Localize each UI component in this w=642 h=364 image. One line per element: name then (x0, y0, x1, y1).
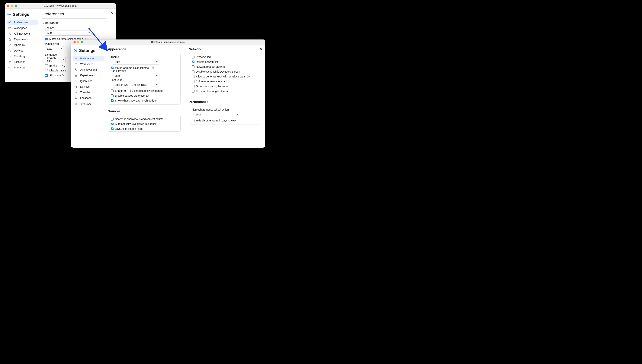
sidebar-item-ignore[interactable]: Ignore list (7, 42, 38, 48)
theme-select[interactable]: Auto (45, 30, 92, 36)
theme-select-value: Auto (115, 60, 120, 63)
gear-icon (75, 57, 78, 60)
ignore-list-icon (8, 44, 11, 46)
svg-point-9 (75, 50, 76, 51)
sidebar-item-label: Workspace (80, 62, 93, 66)
enable-shortcut-label: Enable ⌘ + 1-9 shortcut to switch panels (115, 89, 163, 92)
section-appearance-heading: Appearance (108, 48, 180, 51)
sidebar-item-shortcuts[interactable]: Shortcuts (7, 65, 38, 70)
enable-shortcut-checkbox[interactable] (45, 64, 48, 67)
language-label: Language: (111, 78, 178, 82)
settings-heading: Settings (13, 12, 29, 17)
auto-reveal-checkbox[interactable] (111, 122, 114, 126)
match-chrome-checkbox[interactable] (45, 38, 48, 40)
column-right: Network Preserve log Record network log (189, 48, 262, 132)
search-anonymous-checkbox[interactable] (111, 118, 114, 120)
folder-icon (8, 26, 11, 30)
theme-label: Theme: (111, 56, 178, 58)
sources-card: Search in anonymous and content scripts … (108, 115, 180, 132)
enable-shortcut-checkbox[interactable] (111, 90, 114, 92)
flamechart-select[interactable]: Zoom (193, 112, 240, 117)
sidebar-item-label: Devices (80, 85, 90, 88)
show-whats-new-checkbox[interactable] (45, 74, 48, 77)
sidebar-item-experiments[interactable]: Experiments (73, 72, 104, 78)
show-whats-new-label: Show what's new after each update (115, 99, 157, 102)
sidebar-item-label: Experiments (14, 38, 29, 41)
theme-select[interactable]: Auto (113, 59, 159, 64)
svg-point-13 (76, 98, 76, 98)
sidebar-item-label: Devices (14, 49, 23, 52)
sidebar-item-shortcuts[interactable]: Shortcuts (73, 101, 104, 106)
sidebar-item-throttling[interactable]: Throttling (7, 54, 38, 59)
help-icon[interactable]: ? (247, 75, 250, 78)
section-sources-heading: Sources (108, 110, 180, 113)
sidebar-item-locations[interactable]: Locations (7, 59, 38, 65)
sidebar-item-ignore[interactable]: Ignore list (73, 78, 104, 84)
keyboard-icon (8, 66, 11, 69)
request-blocking-checkbox[interactable] (192, 66, 194, 68)
disable-cache-label: Disable cache while DevTools is open (196, 70, 240, 73)
sidebar-item-workspace[interactable]: Workspace (73, 61, 104, 67)
language-select[interactable]: English (US) - (45, 57, 66, 62)
disable-paused-label: Disable paused state overlay (115, 94, 149, 97)
section-network-heading: Network (189, 48, 262, 51)
record-network-checkbox[interactable] (192, 60, 194, 63)
sidebar-item-locations[interactable]: Locations (73, 95, 104, 101)
svg-point-5 (10, 61, 10, 62)
gear-icon (8, 21, 11, 24)
force-ad-block-checkbox[interactable] (192, 90, 194, 93)
panel-layout-select[interactable]: auto (113, 73, 159, 78)
sidebar-item-throttling[interactable]: Throttling (73, 90, 104, 95)
color-code-checkbox[interactable] (192, 80, 194, 83)
sidebar-item-ai[interactable]: AI innovations (73, 67, 104, 72)
theme-label: Theme: (45, 26, 112, 30)
close-settings-button[interactable]: ✕ (109, 10, 114, 16)
auto-reveal-label: Automatically reveal files in sidebar (115, 122, 156, 126)
sidebar-header: Settings (73, 48, 104, 56)
har-sensitive-checkbox[interactable] (192, 75, 194, 78)
sidebar-item-experiments[interactable]: Experiments (7, 36, 38, 42)
sidebar-item-label: Locations (80, 96, 92, 100)
keyboard-icon (75, 102, 78, 105)
settings-heading: Settings (79, 48, 95, 53)
group-frame-checkbox[interactable] (192, 85, 194, 88)
disable-paused-checkbox[interactable] (45, 69, 48, 72)
flamechart-value: Zoom (196, 113, 202, 116)
titlebar: DevTools - www.google.com/ (5, 4, 116, 9)
pin-icon (8, 60, 11, 63)
sparkle-icon (8, 32, 11, 35)
svg-rect-6 (9, 67, 11, 68)
color-code-label: Color-code resource types (196, 80, 227, 83)
disable-paused-checkbox[interactable] (111, 94, 114, 97)
devices-icon (8, 49, 11, 52)
js-source-maps-checkbox[interactable] (111, 128, 114, 130)
sidebar-item-preferences[interactable]: Preferences (7, 20, 38, 25)
show-whats-new-label: Show what's (49, 74, 64, 77)
hide-chrome-frame-checkbox[interactable] (192, 119, 194, 122)
section-appearance-heading: Appearance (42, 21, 112, 25)
match-chrome-label: Match Chrome color scheme (115, 66, 149, 70)
sidebar-item-devices[interactable]: Devices (7, 48, 38, 54)
show-whats-new-checkbox[interactable] (111, 99, 114, 102)
sidebar-item-label: Shortcuts (14, 66, 25, 69)
match-chrome-checkbox[interactable] (111, 66, 114, 70)
sidebar-item-devices[interactable]: Devices (73, 84, 104, 90)
svg-rect-11 (75, 86, 77, 87)
sidebar-item-label: Preferences (80, 57, 94, 60)
sidebar-item-label: Preferences (14, 21, 28, 24)
panel-layout-select[interactable]: auto (45, 46, 64, 51)
page-title: Preferences (42, 12, 107, 18)
sidebar-item-preferences[interactable]: Preferences (73, 56, 104, 61)
close-settings-button[interactable]: ✕ (258, 46, 263, 52)
svg-point-1 (9, 14, 10, 15)
har-sensitive-label: Allow to generate HAR with sensitive dat… (196, 75, 245, 78)
preserve-log-checkbox[interactable] (192, 56, 194, 58)
sidebar-item-workspace[interactable]: Workspace (7, 25, 38, 31)
group-frame-label: Group network log by frame (196, 85, 229, 88)
language-select[interactable]: English (US) - English (US) (113, 82, 159, 88)
help-icon[interactable]: ? (151, 66, 154, 69)
panel-layout-value: auto (115, 74, 120, 77)
disable-cache-checkbox[interactable] (192, 70, 194, 73)
record-network-label: Record network log (196, 60, 219, 63)
sidebar-item-ai[interactable]: AI innovations (7, 31, 38, 36)
